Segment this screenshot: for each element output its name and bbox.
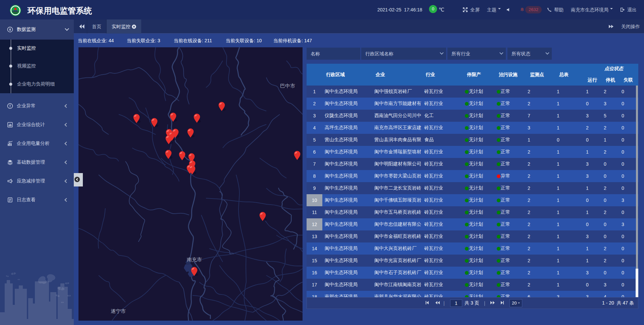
svg-text:遂宁市: 遂宁市	[111, 308, 126, 314]
